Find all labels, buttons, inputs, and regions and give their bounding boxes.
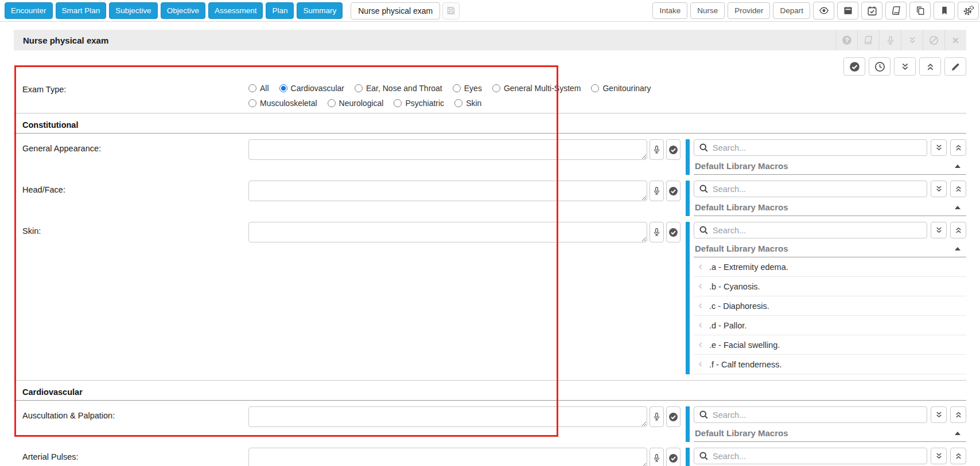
macro-search-input[interactable] <box>694 139 927 156</box>
expand-macros-button[interactable] <box>931 139 947 156</box>
exam-type-option[interactable]: General Multi-System <box>492 84 581 93</box>
exam-text-input[interactable] <box>248 448 647 466</box>
exam-text-input[interactable] <box>248 222 647 242</box>
radio-button[interactable] <box>279 84 287 92</box>
confirm-button[interactable] <box>666 222 680 242</box>
collapse-macros-button[interactable] <box>950 448 966 464</box>
settings-button[interactable] <box>958 2 979 19</box>
collapse-all-button[interactable] <box>919 57 941 76</box>
macro-search-input[interactable] <box>694 222 927 238</box>
bookmark-button[interactable] <box>934 2 955 19</box>
collapse-macros-button[interactable] <box>950 222 966 238</box>
stage-button[interactable]: Depart <box>773 2 810 19</box>
macro-item[interactable]: .b - Cyanosis. <box>694 277 966 296</box>
exam-type-option[interactable]: Skin <box>454 99 481 108</box>
dictate-button[interactable] <box>650 222 664 242</box>
history-button[interactable] <box>869 57 890 76</box>
radio-button[interactable] <box>355 84 363 92</box>
dictate-button[interactable] <box>650 406 664 427</box>
stage-button[interactable]: Provider <box>728 2 770 19</box>
help-button[interactable]: ? <box>835 30 857 50</box>
save-button[interactable] <box>442 2 460 19</box>
macros-header[interactable]: Default Library Macros <box>694 200 966 216</box>
nav-button[interactable]: Smart Plan <box>56 2 107 19</box>
nav-button[interactable]: Objective <box>161 2 205 19</box>
macro-search-row <box>694 406 966 423</box>
confirm-button[interactable] <box>666 181 680 201</box>
exam-type-option[interactable]: Musculoskeletal <box>248 99 317 108</box>
calendar-button[interactable] <box>861 2 882 19</box>
nav-button[interactable]: Plan <box>266 2 294 19</box>
macro-item-label: .f - Calf tenderness. <box>709 360 782 369</box>
form-collapse-button[interactable] <box>901 30 923 50</box>
exam-text-input[interactable] <box>248 406 647 427</box>
form-dictate-button[interactable] <box>879 30 901 50</box>
help-icon: ? <box>842 35 852 45</box>
check-circle-icon <box>668 228 678 237</box>
radio-button[interactable] <box>394 99 402 107</box>
copy-button[interactable] <box>909 2 931 19</box>
exam-type-option[interactable]: Cardiovascular <box>279 84 344 93</box>
macro-item[interactable]: .c - Diaphoresis. <box>694 296 966 316</box>
macro-search-wrap <box>694 406 927 423</box>
nav-button[interactable]: Subjective <box>109 2 157 19</box>
expand-all-button[interactable] <box>894 57 916 76</box>
macro-item[interactable]: .a - Extremity edema. <box>694 257 966 277</box>
exam-type-option[interactable]: Psychiatric <box>394 99 444 108</box>
radio-button[interactable] <box>248 84 256 92</box>
stage-button[interactable]: Intake <box>652 2 687 19</box>
confirm-button[interactable] <box>666 406 680 427</box>
form-disable-button[interactable] <box>923 30 944 50</box>
expand-macros-button[interactable] <box>931 181 947 197</box>
collapse-macros-button[interactable] <box>950 139 966 156</box>
exam-type-option[interactable]: Neurological <box>328 99 384 108</box>
close-icon <box>951 36 960 45</box>
radio-button[interactable] <box>492 84 500 92</box>
macro-item[interactable]: .e - Facial swelling. <box>694 335 966 355</box>
collapse-macros-button[interactable] <box>950 181 966 197</box>
exam-type-option[interactable]: Genitourinary <box>591 84 651 93</box>
dictate-button[interactable] <box>650 139 664 160</box>
macro-search-input[interactable] <box>694 406 927 423</box>
exam-type-option[interactable]: Ear, Nose and Throat <box>355 84 442 93</box>
macro-search-input[interactable] <box>694 448 927 464</box>
expand-macros-button[interactable] <box>931 406 947 423</box>
nav-button[interactable]: Assessment <box>208 2 263 19</box>
visibility-button[interactable] <box>813 2 834 19</box>
exam-text-input[interactable] <box>248 139 647 160</box>
macros-header[interactable]: Default Library Macros <box>694 426 966 442</box>
macro-search-input[interactable] <box>694 181 927 197</box>
exam-sections: Constitutional General Appearance: <box>14 113 966 466</box>
form-name-display: Nurse physical exam <box>351 2 440 19</box>
nav-button[interactable]: Encounter <box>5 2 53 19</box>
form-close-button[interactable] <box>944 30 966 50</box>
macro-item[interactable]: .d - Pallor. <box>694 316 966 335</box>
nav-button[interactable]: Summary <box>297 2 343 19</box>
collapse-macros-button[interactable] <box>950 406 966 423</box>
radio-button[interactable] <box>248 99 256 107</box>
macro-item[interactable]: .f - Calf tenderness. <box>694 355 966 374</box>
macro-panel-body: Default Library Macros <box>694 222 966 374</box>
archive-button[interactable] <box>837 2 858 19</box>
expand-macros-button[interactable] <box>931 222 947 238</box>
form-library-button[interactable] <box>857 30 879 50</box>
dictate-button[interactable] <box>650 448 664 466</box>
exam-type-option[interactable]: Eyes <box>453 84 482 93</box>
radio-button[interactable] <box>453 84 461 92</box>
exam-type-option[interactable]: All <box>248 84 269 93</box>
expand-macros-button[interactable] <box>931 448 947 464</box>
stage-button[interactable]: Nurse <box>690 2 725 19</box>
library-button[interactable] <box>885 2 907 19</box>
macros-header[interactable]: Default Library Macros <box>694 241 966 257</box>
dictate-button[interactable] <box>650 181 664 201</box>
radio-button[interactable] <box>591 84 599 92</box>
confirm-button[interactable] <box>666 448 680 466</box>
confirm-button[interactable] <box>666 139 680 160</box>
exam-text-input[interactable] <box>248 181 647 201</box>
radio-button[interactable] <box>328 99 336 107</box>
macros-header[interactable]: Default Library Macros <box>694 159 966 175</box>
edit-button[interactable] <box>944 57 966 76</box>
complete-button[interactable] <box>843 57 865 76</box>
radio-button[interactable] <box>454 99 462 107</box>
exam-row-label: Arterial Pulses: <box>14 448 248 461</box>
